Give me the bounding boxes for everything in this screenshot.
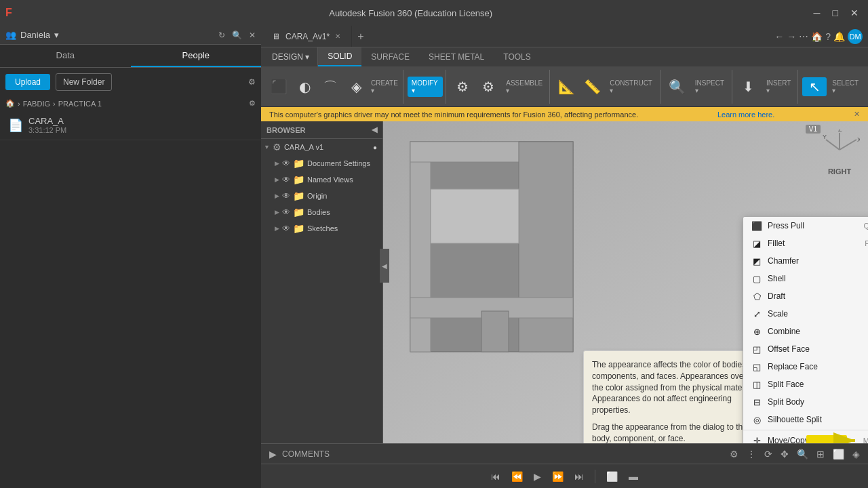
playback-first-btn[interactable]: ⏮ xyxy=(488,470,503,483)
menu-item-silhouette-split[interactable]: ◎ Silhouette Split xyxy=(743,411,868,428)
tab-people[interactable]: People xyxy=(131,45,262,67)
tab-menu-icon[interactable]: ⋯ xyxy=(799,31,808,42)
inspect-dropdown-btn[interactable]: INSPECT ▾ xyxy=(691,77,729,97)
tab-data[interactable]: Data xyxy=(0,45,131,67)
menu-item-split-face[interactable]: ◫ Split Face xyxy=(743,375,868,393)
playback-timeline-btn[interactable]: ▬ xyxy=(626,470,641,483)
window-controls[interactable]: ─ □ ✕ xyxy=(810,6,863,20)
notification-icon[interactable]: 🔔 xyxy=(833,31,845,42)
tree-item-bodies[interactable]: ▶ 👁 📁 Bodies xyxy=(261,204,382,220)
playback-select-btn[interactable]: ⬜ xyxy=(604,470,620,483)
orbit-icon[interactable]: ⟳ xyxy=(762,447,775,461)
breadcrumb-practica[interactable]: PRACTICA 1 xyxy=(58,100,102,108)
tree-arrow-doc: ▶ xyxy=(275,160,279,167)
tab-solid[interactable]: SOLID xyxy=(318,47,361,66)
forward-icon[interactable]: → xyxy=(787,31,796,42)
tab-label: CARA_Av1* xyxy=(285,32,330,41)
fit-icon[interactable]: ⊞ xyxy=(814,447,827,461)
assemble-btn2[interactable]: ⚙ xyxy=(476,77,500,96)
assemble-dropdown-btn[interactable]: ASSEMBLE ▾ xyxy=(502,77,547,97)
modify-dropdown-btn[interactable]: MODIFY ▾ xyxy=(408,77,443,97)
menu-item-offset-face[interactable]: ◰ Offset Face xyxy=(743,340,868,358)
menu-item-scale[interactable]: ⤢ Scale xyxy=(743,305,868,323)
file-item[interactable]: 📄 CARA_A 3:31:12 PM xyxy=(0,110,261,140)
create-extrude-btn[interactable]: ⬛ xyxy=(267,77,291,96)
tree-item-doc-settings[interactable]: ▶ 👁 📁 Document Settings xyxy=(261,155,382,171)
file-tab[interactable]: 🖥 CARA_Av1* ✕ xyxy=(261,26,352,47)
viewport[interactable]: X Y Z RIGHT V1 ⬛ Press Pull Q xyxy=(383,121,868,443)
create-loft-btn[interactable]: ◈ xyxy=(344,77,368,96)
menu-shortcut-press-pull: Q xyxy=(863,222,868,230)
menu-item-draft[interactable]: ⬠ Draft xyxy=(743,287,868,305)
construct-btn1[interactable]: 📐 xyxy=(554,77,578,96)
breadcrumb-fabdig[interactable]: FABDIG xyxy=(23,100,50,108)
construct-dropdown-btn[interactable]: CONSTRUCT ▾ xyxy=(606,77,658,97)
help-icon[interactable]: ? xyxy=(825,31,831,42)
breadcrumb-gear-icon[interactable]: ⚙ xyxy=(249,99,256,108)
menu-item-combine[interactable]: ⊕ Combine xyxy=(743,323,868,340)
add-tab-button[interactable]: + xyxy=(352,26,369,47)
search-icon[interactable]: 🔍 xyxy=(232,30,242,40)
create-revolve-btn[interactable]: ◐ xyxy=(292,77,317,96)
tree-root-item[interactable]: ▼ ⚙ CARA_A v1 ● xyxy=(261,139,382,155)
browser-toggle-btn[interactable]: ◀ xyxy=(380,249,389,283)
pan-icon[interactable]: ✥ xyxy=(778,447,791,461)
user-info[interactable]: 👥 Daniela ▾ xyxy=(5,30,59,40)
sidebar-close-icon[interactable]: ✕ xyxy=(249,30,256,40)
new-folder-button[interactable]: New Folder xyxy=(56,73,112,91)
playback-play-btn[interactable]: ▶ xyxy=(531,470,544,483)
tree-item-sketches[interactable]: ▶ 👁 📁 Sketches xyxy=(261,220,382,237)
account-icon[interactable]: DM xyxy=(848,29,863,44)
playback-next-btn[interactable]: ⏩ xyxy=(549,470,566,483)
tab-sheet-metal[interactable]: SHEET METAL xyxy=(419,47,494,66)
warning-link[interactable]: Learn more here. xyxy=(717,110,774,119)
refresh-icon[interactable]: ↻ xyxy=(218,30,225,40)
home-icon[interactable]: 🏠 xyxy=(5,99,15,108)
close-button[interactable]: ✕ xyxy=(846,6,863,20)
version-badge[interactable]: V1 xyxy=(803,124,821,134)
zoom-icon[interactable]: 🔍 xyxy=(794,447,811,461)
design-dropdown[interactable]: DESIGN ▾ xyxy=(264,47,318,66)
menu-item-replace-face[interactable]: ◱ Replace Face xyxy=(743,358,868,375)
warning-close-icon[interactable]: ✕ xyxy=(854,110,860,119)
inspect-btn1[interactable]: 🔍 xyxy=(665,77,690,96)
comments-collapse-icon[interactable]: ▶ xyxy=(267,447,279,461)
comments-settings-icon[interactable]: ⚙ xyxy=(727,447,741,461)
display-icon[interactable]: ◈ xyxy=(850,447,863,461)
select-dropdown-btn[interactable]: SELECT ▾ xyxy=(828,77,863,97)
upload-button[interactable]: Upload xyxy=(5,74,50,90)
create-sweep-btn[interactable]: ⌒ xyxy=(318,77,342,96)
menu-item-split-body[interactable]: ⊟ Split Body xyxy=(743,393,868,411)
menu-item-chamfer[interactable]: ◩ Chamfer xyxy=(743,252,868,270)
assemble-btn1[interactable]: ⚙ xyxy=(450,77,475,96)
back-icon[interactable]: ← xyxy=(774,31,784,42)
home-nav-icon[interactable]: 🏠 xyxy=(811,31,823,42)
insert-btn1[interactable]: ⬇ xyxy=(736,77,761,96)
menu-label-scale: Scale xyxy=(768,309,788,319)
tab-close-icon[interactable]: ✕ xyxy=(335,33,340,40)
maximize-button[interactable]: □ xyxy=(829,6,842,20)
tree-arrow-bodies: ▶ xyxy=(275,209,279,216)
playback-last-btn[interactable]: ⏭ xyxy=(572,470,587,483)
tree-item-named-views[interactable]: ▶ 👁 📁 Named Views xyxy=(261,171,382,188)
insert-dropdown-btn[interactable]: INSERT ▾ xyxy=(762,77,795,97)
comments-expand-icon[interactable]: ⋮ xyxy=(744,447,759,461)
tree-arrow-sketches: ▶ xyxy=(275,225,279,232)
construct-btn2[interactable]: 📏 xyxy=(580,77,604,96)
sidebar-settings-icon[interactable]: ⚙ xyxy=(248,77,256,87)
tree-item-origin[interactable]: ▶ 👁 📁 Origin xyxy=(261,188,382,204)
create-dropdown-btn[interactable]: CREATE ▾ xyxy=(370,77,400,97)
browser-collapse-icon[interactable]: ◀ xyxy=(372,125,377,134)
menu-item-fillet[interactable]: ◪ Fillet F xyxy=(743,235,868,252)
playback-prev-btn[interactable]: ⏪ xyxy=(509,470,526,483)
select-btn1[interactable]: ↖ xyxy=(802,77,827,96)
menu-item-shell[interactable]: ▢ Shell xyxy=(743,270,868,287)
menu-item-press-pull[interactable]: ⬛ Press Pull Q xyxy=(743,217,868,235)
minimize-button[interactable]: ─ xyxy=(810,6,825,20)
sidebar-top-icons: ↻ 🔍 ✕ xyxy=(218,30,256,40)
app-logo: F xyxy=(5,7,12,19)
user-dropdown-icon[interactable]: ▾ xyxy=(54,30,59,40)
view-icon[interactable]: ⬜ xyxy=(830,447,847,461)
tab-surface[interactable]: SURFACE xyxy=(361,47,419,66)
tab-tools[interactable]: TOOLS xyxy=(494,47,540,66)
